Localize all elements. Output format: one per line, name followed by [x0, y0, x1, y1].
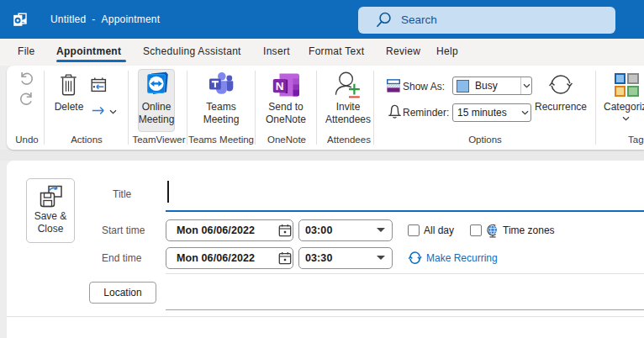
svg-text:N: N [276, 80, 284, 92]
